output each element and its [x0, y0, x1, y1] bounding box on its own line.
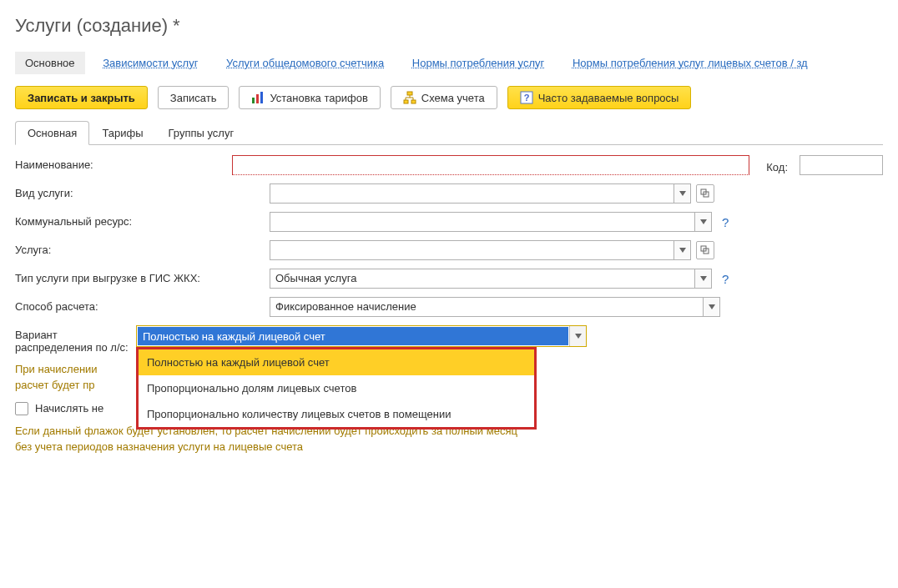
question-icon: ? [520, 91, 533, 104]
faq-button[interactable]: ? Часто задаваемые вопросы [507, 86, 692, 109]
save-and-close-button[interactable]: Записать и закрыть [15, 86, 148, 109]
distribution-option[interactable]: Полностью на каждый лицевой счет [139, 349, 534, 375]
distribution-option[interactable]: Пропорционально долям лицевых счетов [139, 375, 534, 401]
accounting-scheme-button[interactable]: Схема учета [391, 86, 497, 109]
open-icon[interactable] [696, 184, 714, 203]
gis-type-label: Тип услуги при выгрузке в ГИС ЖКХ: [15, 269, 270, 284]
distribution-option[interactable]: Пропорционально количеству лицевых счето… [139, 401, 534, 427]
full-month-checkbox[interactable] [15, 402, 28, 415]
service-kind-value [270, 184, 674, 203]
distribution-label: Вариант распределения по л/с: [15, 325, 136, 354]
service-label: Услуга: [15, 240, 270, 256]
bar-chart-icon [251, 91, 265, 104]
svg-rect-5 [411, 100, 416, 103]
name-label: Наименование: [15, 155, 232, 171]
svg-rect-3 [407, 92, 412, 95]
distribution-combo[interactable]: Полностью на каждый лицевой счет [136, 325, 587, 347]
service-value [270, 241, 674, 259]
chevron-down-icon[interactable] [674, 241, 690, 259]
help-icon[interactable]: ? [717, 272, 729, 286]
service-kind-combo[interactable] [270, 183, 691, 204]
svg-text:?: ? [523, 93, 529, 103]
service-combo[interactable] [270, 240, 691, 260]
svg-rect-0 [252, 98, 255, 103]
tabs: Основная Тарифы Группы услуг [15, 121, 883, 145]
nav-dependencies[interactable]: Зависимости услуг [93, 52, 208, 74]
tab-service-groups[interactable]: Группы услуг [156, 121, 247, 145]
resource-label: Коммунальный ресурс: [15, 212, 270, 228]
chevron-down-icon[interactable] [674, 184, 690, 203]
accounting-scheme-label: Схема учета [421, 92, 485, 104]
service-kind-label: Вид услуги: [15, 183, 270, 199]
faq-label: Часто задаваемые вопросы [538, 92, 679, 104]
gis-type-value: Обычная услуга [270, 269, 694, 288]
svg-rect-1 [256, 94, 259, 103]
open-icon[interactable] [696, 241, 714, 259]
org-chart-icon [403, 91, 416, 104]
distribution-dropdown: Полностью на каждый лицевой счет Пропорц… [136, 347, 537, 430]
svg-rect-4 [404, 100, 408, 103]
calc-method-value: Фиксированное начисление [270, 298, 703, 316]
full-month-checkbox-label: Начислять не [35, 402, 103, 415]
toolbar: Записать и закрыть Записать Установка та… [15, 86, 883, 109]
chevron-down-icon[interactable] [569, 326, 586, 346]
gis-type-combo[interactable]: Обычная услуга [270, 269, 712, 289]
distribution-selected: Полностью на каждый лицевой счет [138, 327, 568, 345]
code-input[interactable] [800, 155, 883, 175]
svg-rect-2 [260, 92, 263, 103]
nav-meter-services[interactable]: Услуги общедомового счетчика [216, 52, 394, 74]
set-tariffs-label: Установка тарифов [270, 92, 367, 104]
nav-consumption-norms[interactable]: Нормы потребления услуг [402, 52, 554, 74]
help-icon[interactable]: ? [717, 215, 729, 229]
calc-method-combo[interactable]: Фиксированное начисление [270, 297, 720, 317]
set-tariffs-button[interactable]: Установка тарифов [239, 86, 380, 109]
resource-value [270, 213, 694, 231]
nav-main[interactable]: Основное [15, 52, 85, 74]
save-button[interactable]: Записать [158, 86, 230, 109]
name-input[interactable] [232, 155, 749, 175]
page-title: Услуги (создание) * [15, 15, 883, 37]
tab-main[interactable]: Основная [15, 121, 89, 145]
chevron-down-icon[interactable] [694, 213, 711, 231]
resource-combo[interactable] [270, 212, 712, 232]
nav-consumption-norms-ls[interactable]: Нормы потребления услуг лицевых счетов /… [563, 52, 818, 74]
chevron-down-icon[interactable] [703, 298, 719, 316]
nav-links: Основное Зависимости услуг Услуги общедо… [15, 52, 883, 74]
chevron-down-icon[interactable] [694, 269, 711, 288]
tab-tariffs[interactable]: Тарифы [89, 121, 155, 145]
calc-method-label: Способ расчета: [15, 297, 270, 313]
code-label: Код: [766, 158, 788, 173]
